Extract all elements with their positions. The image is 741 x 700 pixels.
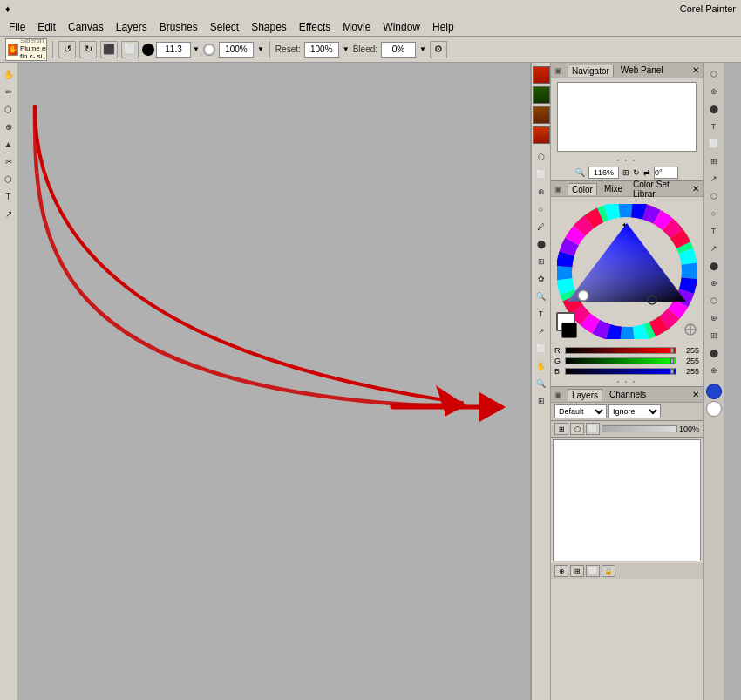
left-tool-hand[interactable]: ✋ — [1, 66, 17, 82]
tab-mixer[interactable]: Mixe — [601, 183, 626, 194]
right-tool-white-dot[interactable] — [706, 401, 722, 417]
menu-shapes[interactable]: Shapes — [246, 19, 292, 35]
right-tool-9[interactable]: ○ — [706, 206, 722, 221]
layer-btn-2[interactable]: ⬡ — [570, 423, 584, 435]
layer-mask-btn[interactable]: ⬜ — [586, 565, 600, 577]
blue-thumb[interactable] — [670, 369, 674, 374]
red-thumb[interactable] — [670, 348, 674, 353]
left-tool-arrow[interactable]: ↗ — [1, 206, 17, 221]
opacity-dropdown-icon[interactable]: ▼ — [257, 45, 264, 53]
tab-navigator[interactable]: Navigator — [568, 65, 614, 77]
mini-tool-magnify[interactable]: 🔍 — [534, 289, 549, 304]
right-tool-17[interactable]: ⬤ — [706, 345, 722, 361]
bleed-dropdown-icon[interactable]: ▼ — [419, 45, 426, 53]
mini-tool-2[interactable]: ⬜ — [534, 167, 549, 182]
red-track[interactable] — [565, 347, 676, 354]
mini-tool-3[interactable]: ⊕ — [534, 184, 549, 200]
right-tool-16[interactable]: ⊞ — [706, 328, 722, 343]
color-cursor[interactable] — [578, 290, 588, 301]
mini-tool-hand2[interactable]: ✋ — [534, 358, 549, 374]
composite-select[interactable]: Ignore Normal — [608, 404, 661, 418]
layer-add-btn[interactable]: ⊕ — [554, 565, 568, 577]
nav-rotate-icon[interactable]: ↻ — [633, 168, 640, 177]
reset-input[interactable] — [304, 42, 339, 58]
left-tool-hex[interactable]: ⬡ — [1, 171, 17, 187]
color-wheel-svg[interactable]: ✦ — [557, 204, 697, 339]
layers-close[interactable]: ✕ — [692, 390, 699, 399]
layers-list[interactable] — [553, 439, 701, 561]
mini-tool-rect[interactable]: ⬜ — [534, 341, 549, 357]
right-tool-2[interactable]: ⊕ — [706, 84, 722, 99]
size-input[interactable] — [156, 42, 191, 58]
layer-btn-3[interactable]: ⬜ — [586, 423, 600, 435]
color-extra-icon[interactable] — [683, 323, 697, 338]
swatch-brown[interactable] — [533, 106, 550, 124]
tab-colorset[interactable]: Color Set Librar — [629, 179, 689, 200]
color-wheel-container[interactable]: ✦ — [551, 197, 703, 345]
menu-brushes[interactable]: Brushes — [154, 19, 203, 35]
swatch-red[interactable] — [533, 66, 550, 84]
menu-window[interactable]: Window — [377, 19, 425, 35]
tab-color[interactable]: Color — [568, 183, 597, 195]
mini-tool-smear[interactable]: ⊞ — [534, 254, 549, 269]
menu-effects[interactable]: Effects — [294, 19, 336, 35]
navigator-close[interactable]: ✕ — [692, 65, 699, 75]
tab-layers[interactable]: Layers — [568, 389, 602, 401]
mini-tool-grid[interactable]: ⊞ — [534, 393, 549, 409]
nav-zoom-input[interactable] — [588, 167, 619, 179]
mini-tool-eyedropper[interactable]: 🖊 — [534, 219, 549, 234]
mini-tool-select[interactable]: ↗ — [534, 323, 549, 339]
color-close[interactable]: ✕ — [692, 184, 699, 194]
right-tool-10[interactable]: T — [706, 223, 722, 239]
menu-select[interactable]: Select — [205, 19, 244, 35]
right-tool-15[interactable]: ⊕ — [706, 310, 722, 326]
blue-track[interactable] — [565, 368, 676, 375]
right-tool-color-dot[interactable] — [706, 384, 722, 399]
opacity-slider[interactable] — [602, 425, 677, 432]
mini-tool-1[interactable]: ⬡ — [534, 149, 549, 165]
left-tool-scissors[interactable]: ✂ — [1, 153, 17, 169]
reset-dropdown-icon[interactable]: ▼ — [343, 45, 350, 53]
brush-preview[interactable]: ✋ Sibertin_dot_com Plume encrage fin c- … — [5, 38, 47, 61]
mini-tool-4[interactable]: ○ — [534, 201, 549, 217]
mini-tool-fx[interactable]: ✿ — [534, 271, 549, 287]
layer-lock-btn[interactable]: 🔒 — [602, 565, 615, 577]
green-thumb[interactable] — [670, 358, 674, 364]
left-tool-text[interactable]: T — [1, 188, 17, 204]
tab-channels[interactable]: Channels — [606, 389, 649, 400]
size-dropdown-icon[interactable]: ▼ — [193, 45, 200, 53]
right-tool-14[interactable]: ⬡ — [706, 293, 722, 309]
green-track[interactable] — [565, 357, 676, 364]
left-tool-pen[interactable]: ✏ — [1, 84, 17, 99]
right-tool-11[interactable]: ↗ — [706, 241, 722, 256]
right-tool-1[interactable]: ⬡ — [706, 66, 722, 82]
swatch-orange-red[interactable] — [533, 126, 550, 144]
right-tool-6[interactable]: ⊞ — [706, 153, 722, 169]
mini-tool-brush[interactable]: ⬤ — [534, 236, 549, 252]
right-tool-3[interactable]: ⬤ — [706, 101, 722, 117]
right-tool-12[interactable]: ⬤ — [706, 258, 722, 274]
layer-group-btn[interactable]: ⊞ — [570, 565, 584, 577]
left-tool-lasso[interactable]: ⬡ — [1, 101, 17, 117]
mini-tool-zoom[interactable]: 🔍 — [534, 376, 549, 391]
toolbar-btn-4[interactable]: ⬜ — [121, 41, 139, 58]
menu-movie[interactable]: Movie — [337, 19, 376, 35]
menu-layers[interactable]: Layers — [111, 19, 153, 35]
background-swatch[interactable] — [561, 323, 577, 338]
swatch-green[interactable] — [533, 86, 550, 104]
menu-canvas[interactable]: Canvas — [63, 19, 109, 35]
layer-btn-1[interactable]: ⊞ — [554, 423, 568, 435]
bleed-input[interactable] — [381, 42, 416, 58]
left-tool-crop[interactable]: ⊕ — [1, 119, 17, 134]
toolbar-btn-1[interactable]: ↺ — [58, 41, 76, 58]
left-tool-shape[interactable]: ▲ — [1, 136, 17, 152]
right-tool-7[interactable]: ↗ — [706, 171, 722, 187]
opacity-input[interactable] — [219, 42, 254, 58]
toolbar-btn-2[interactable]: ↻ — [79, 41, 97, 58]
right-tool-8[interactable]: ⬡ — [706, 188, 722, 204]
right-tool-5[interactable]: ⬜ — [706, 136, 722, 152]
nav-fit-icon[interactable]: ⊞ — [622, 168, 629, 177]
right-tool-13[interactable]: ⊕ — [706, 275, 722, 291]
right-tool-4[interactable]: T — [706, 119, 722, 134]
mini-tool-text2[interactable]: T — [534, 306, 549, 322]
